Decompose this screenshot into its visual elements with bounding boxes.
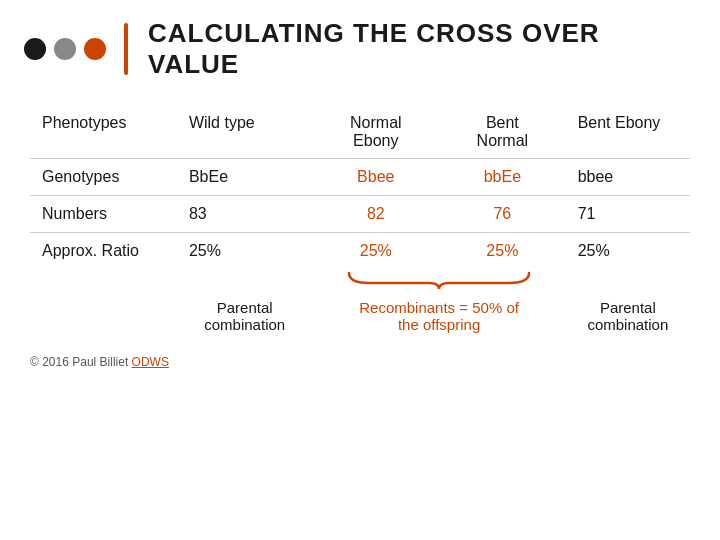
footer: © 2016 Paul Billiet ODWS — [0, 347, 720, 377]
numbers-row: Numbers 83 82 76 71 — [30, 196, 690, 233]
dot-black — [24, 38, 46, 60]
brace-empty-label — [30, 269, 177, 297]
numbers-label: Numbers — [30, 196, 177, 233]
number-wild: 83 — [177, 196, 313, 233]
header-dots — [24, 38, 106, 60]
header-divider — [124, 23, 128, 75]
page-title: CALCULATING THE CROSS OVER VALUE — [148, 18, 696, 80]
dot-orange — [84, 38, 106, 60]
bent-normal-line1: BentNormal — [477, 114, 529, 149]
crossover-table: Phenotypes Wild type NormalEbony BentNor… — [30, 104, 690, 337]
parental-left-label: Parentalcombination — [177, 297, 313, 337]
genotype-bent-normal: bbEe — [439, 159, 566, 196]
number-bent-normal: 76 — [439, 196, 566, 233]
ratio-wild: 25% — [177, 233, 313, 270]
brace-row — [30, 269, 690, 297]
brace-empty-bent-ebony — [566, 269, 690, 297]
genotype-wild: BbEe — [177, 159, 313, 196]
footer-text: © 2016 Paul Billiet — [30, 355, 132, 369]
header: CALCULATING THE CROSS OVER VALUE — [0, 0, 720, 94]
recombinants-label: Recombinants = 50% ofthe offspring — [313, 297, 566, 337]
genotype-bent-ebony: bbee — [566, 159, 690, 196]
recombinants-text: Recombinants = 50% ofthe offspring — [359, 299, 519, 333]
normal-ebony-line1: NormalEbony — [350, 114, 402, 149]
wild-type-header: Wild type — [177, 104, 313, 159]
genotype-normal-ebony: Bbee — [313, 159, 440, 196]
parental-right-text: Parentalcombination — [587, 299, 668, 333]
ratio-bent-normal: 25% — [439, 233, 566, 270]
footer-link[interactable]: ODWS — [132, 355, 169, 369]
ratio-label: Approx. Ratio — [30, 233, 177, 270]
curly-brace-icon — [339, 269, 539, 297]
brace-cell — [313, 269, 566, 297]
brace-empty-wild — [177, 269, 313, 297]
parental-left-text: Parentalcombination — [204, 299, 285, 333]
bottom-labels-row: Parentalcombination Recombinants = 50% o… — [30, 297, 690, 337]
dot-gray — [54, 38, 76, 60]
table-header-row: Phenotypes Wild type NormalEbony BentNor… — [30, 104, 690, 159]
ratio-bent-ebony: 25% — [566, 233, 690, 270]
normal-ebony-header: NormalEbony — [313, 104, 440, 159]
ratio-row: Approx. Ratio 25% 25% 25% 25% — [30, 233, 690, 270]
number-normal-ebony: 82 — [313, 196, 440, 233]
parental-right-label: Parentalcombination — [566, 297, 690, 337]
genotypes-label: Genotypes — [30, 159, 177, 196]
ratio-normal-ebony: 25% — [313, 233, 440, 270]
bent-ebony-header: Bent Ebony — [566, 104, 690, 159]
phenotypes-label: Phenotypes — [30, 104, 177, 159]
genotypes-row: Genotypes BbEe Bbee bbEe bbee — [30, 159, 690, 196]
number-bent-ebony: 71 — [566, 196, 690, 233]
content-area: Phenotypes Wild type NormalEbony BentNor… — [0, 94, 720, 347]
bottom-empty-label — [30, 297, 177, 337]
bent-normal-header: BentNormal — [439, 104, 566, 159]
